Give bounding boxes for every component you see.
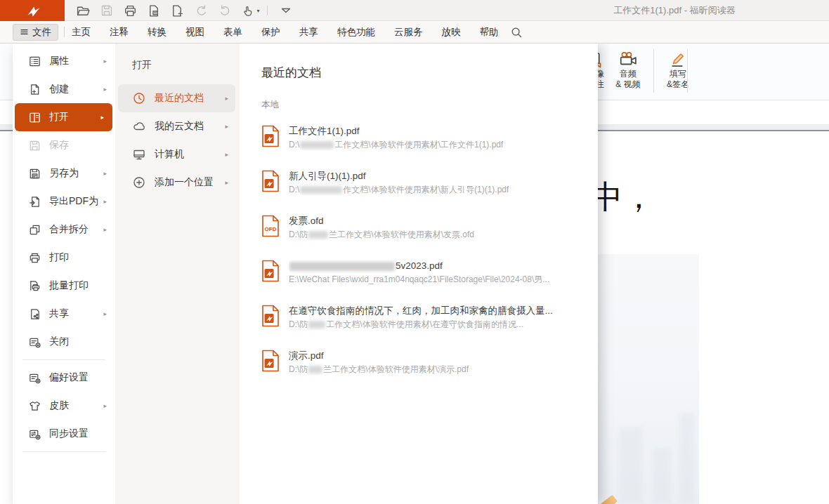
menu-tab[interactable]: 共享 [299,26,318,39]
cloud-icon [132,119,146,133]
redacted-segment [308,366,322,373]
document-inline-image [598,254,699,504]
open-panel-item-my-cloud-documents[interactable]: 我的云文档▸ [118,112,235,140]
menu-tab[interactable]: 表单 [223,26,242,39]
skin-icon [28,399,41,413]
submenu-arrow-icon: ▸ [103,170,107,177]
audio-video-label-2: & 视频 [615,79,640,90]
menu-tab[interactable]: 保护 [261,26,280,39]
search-icon[interactable] [510,26,523,39]
page-export-icon[interactable] [144,2,162,19]
submenu-arrow-icon: ▸ [225,151,228,158]
submenu-arrow-icon: ▸ [100,114,104,121]
file-menu-item-label: 导出PDF为 [49,195,98,208]
page-add-icon[interactable] [167,2,185,19]
file-menu-button[interactable]: 文件 [13,24,58,41]
file-menu-item-label: 皮肤 [49,399,69,412]
undo-icon [192,2,211,19]
file-menu-item-save-as[interactable]: 另存为▸ [13,159,115,187]
redacted-segment [308,231,328,239]
menu-divider [22,451,105,452]
recent-doc-row[interactable]: OFD发票.ofdD:\防兰工作文档\体验软件使用素材\发票.ofd [261,211,598,256]
menu-tab[interactable]: 视图 [185,26,204,39]
pdf-file-icon [261,170,280,192]
save-icon [28,139,41,152]
file-menu-item-export-pdf[interactable]: 导出PDF为▸ [13,187,115,215]
file-menu-item-label: 保存 [49,139,69,152]
menu-tab[interactable]: 转换 [148,26,167,39]
open-panel-item-recent-documents[interactable]: 最近的文档▸ [118,84,235,112]
menu-tab[interactable]: 注释 [110,26,129,39]
toolbar-separator [267,6,268,15]
doc-texts: 工作文件1(1).pdfD:\工作文档\体验软件使用素材\工作文件1(1).pd… [289,125,503,151]
ofd-file-icon: OFD [261,215,280,237]
file-menu-overlay: 属性▸创建▸打开▸保存另存为▸导出PDF为▸合并拆分▸打印批量打印共享▸关闭偏好… [13,44,598,504]
save-as-icon [28,167,41,180]
doc-name: 在遵守饮食指南的情况下，红肉，加工肉和家禽的膳食摄入量... [289,305,553,317]
foxit-logo[interactable] [0,0,65,21]
text-segment: 工作文档\体验软件使用素材\工作文件1(1).pdf [334,140,503,150]
pdf-file-icon [261,305,280,327]
file-menu-item-skin[interactable]: 皮肤▸ [13,392,115,420]
file-menu-item-share[interactable]: 共享▸ [13,300,115,328]
file-menu-item-open[interactable]: 打开▸ [15,103,112,131]
submenu-arrow-icon: ▸ [103,310,107,317]
file-menu-item-batch-print[interactable]: 批量打印 [13,272,115,300]
file-menu-item-save: 保存 [13,131,115,159]
add-place-icon [132,175,146,190]
text-segment: 工作文件1(1).pdf [289,126,360,136]
redacted-segment [300,186,342,194]
open-icon [28,111,41,124]
ribbon-separator [653,49,654,93]
doc-path: D:\防工作文档\体验软件使用素材\在遵守饮食指南的情况... [289,319,553,331]
menubar: 文件 主页注释转换视图表单保护共享特色功能云服务放映帮助 [0,21,829,44]
file-menu-item-properties[interactable]: 属性▸ [13,47,115,75]
open-panel-item-computer[interactable]: 计算机▸ [118,140,235,168]
menu-tab[interactable]: 云服务 [394,26,423,39]
open-panel-header: 打开 [115,59,240,72]
customize-toolbar-icon[interactable] [277,2,295,19]
submenu-arrow-icon: ▸ [103,402,107,409]
file-menu-item-sync-settings[interactable]: 同步设置 [13,420,115,448]
open-panel-item-label: 计算机 [155,148,184,161]
file-menu-item-preferences[interactable]: 偏好设置 [13,364,115,392]
doc-name: 新人引导(1)(1).pdf [289,170,509,183]
audio-video-label-1: 音频 [620,69,637,79]
recent-doc-row[interactable]: 新人引导(1)(1).pdfD:\作文档\体验软件使用素材\新人引导(1)(1)… [261,166,598,211]
submenu-arrow-icon: ▸ [225,123,228,130]
hamburger-icon [20,27,29,37]
recent-doc-row[interactable]: 工作文件1(1).pdfD:\工作文档\体验软件使用素材\工作文件1(1).pd… [261,121,598,166]
menu-tab[interactable]: 帮助 [480,26,499,39]
menu-tab[interactable]: 主页 [72,26,91,39]
print-icon[interactable] [121,2,139,19]
doc-name: 5v2023.pdf [289,260,549,272]
menu-tab[interactable]: 特色功能 [337,26,375,39]
recent-doc-row[interactable]: 在遵守饮食指南的情况下，红肉，加工肉和家禽的膳食摄入量...D:\防工作文档\体… [261,300,598,345]
file-menu-item-create[interactable]: 创建▸ [13,75,115,103]
create-icon [28,83,41,96]
recent-doc-row[interactable]: 演示.pdfD:\防兰工作文档\体验软件使用素材\演示.pdf [261,345,598,390]
recent-doc-row[interactable]: 5v2023.pdfE:\WeChat Files\wxid_rra1m04nq… [261,256,598,300]
pdf-file-icon [261,350,280,372]
open-folder-icon[interactable] [74,2,92,19]
text-segment: 兰工作文档\体验软件使用素材\发票.ofd [329,230,474,239]
properties-icon [28,55,41,68]
recent-clock-icon [132,91,146,105]
file-menu-item-print[interactable]: 打印 [13,244,115,272]
text-segment: D:\ [289,140,299,150]
doc-texts: 5v2023.pdfE:\WeChat Files\wxid_rra1m04nq… [289,260,549,286]
file-menu-sidebar: 属性▸创建▸打开▸保存另存为▸导出PDF为▸合并拆分▸打印批量打印共享▸关闭偏好… [13,44,115,504]
audio-video-button[interactable]: 音频 & 视频 [608,48,648,97]
file-menu-item-merge-split[interactable]: 合并拆分▸ [13,215,115,244]
fill-sign-button[interactable]: 填写 &签名 [658,48,698,97]
hand-tool-icon[interactable]: ▾ [239,2,263,19]
open-panel-item-add-a-place[interactable]: 添加一个位置▸ [118,168,235,197]
recent-documents-group-label: 本地 [261,99,598,111]
file-menu-label: 文件 [32,26,51,39]
menu-tab[interactable]: 放映 [442,26,461,39]
export-pdf-icon [28,195,41,208]
doc-path: D:\工作文档\体验软件使用素材\工作文件1(1).pdf [289,139,503,151]
file-menu-item-close[interactable]: 关闭 [13,328,115,356]
file-menu-item-label: 同步设置 [49,427,89,440]
pdf-file-icon [261,260,280,282]
